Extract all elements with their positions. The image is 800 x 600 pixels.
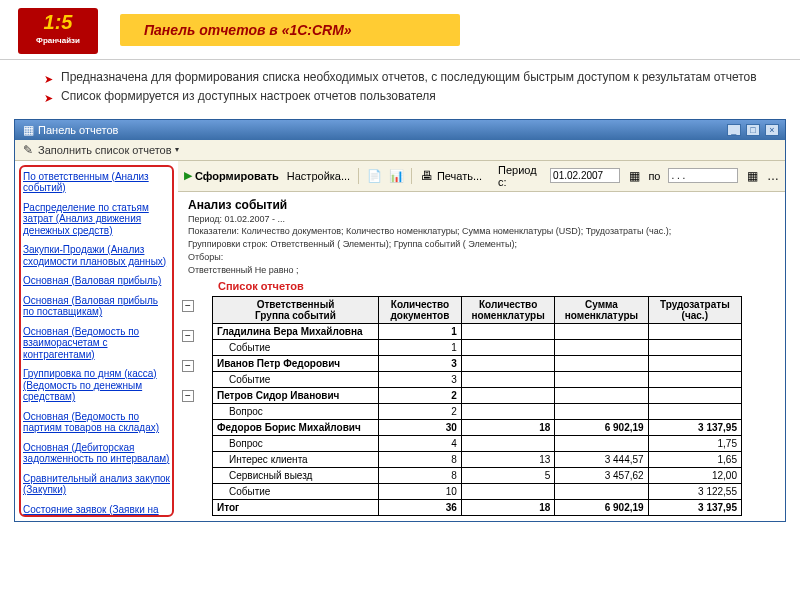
window-icon: ▦ (21, 123, 35, 137)
wand-icon: ✎ (21, 143, 35, 157)
report-period: Период: 01.02.2007 - ... (188, 214, 775, 225)
sidebar-item[interactable]: Основная (Дебиторская задолженность по и… (23, 442, 170, 465)
period-label: Период с: (498, 164, 542, 188)
period-picker-button[interactable]: … (767, 169, 779, 183)
table-row[interactable]: Вопрос2 (213, 403, 742, 419)
annotation-label: Список отчетов (218, 280, 775, 292)
collapse-button[interactable]: − (182, 330, 194, 342)
sidebar-item[interactable]: Состояние заявок (Заявки на (23, 504, 170, 516)
bullet-icon: ➤ (44, 91, 53, 105)
period-from-input[interactable] (550, 168, 620, 183)
logo-main: 1:5 (44, 11, 73, 33)
sidebar-item[interactable]: По ответственным (Анализ событий) (23, 171, 170, 194)
window-title-text: ▦ Панель отчетов (21, 123, 118, 137)
sidebar-item[interactable]: Основная (Ведомость по партиям товаров н… (23, 411, 170, 434)
table-row[interactable]: Сервисный выезд853 457,6212,00 (213, 467, 742, 483)
toolbar-report: ▶ Сформировать Настройка... 📄 📊 🖶 Печать… (178, 161, 785, 192)
sidebar-item[interactable]: Группировка по дням (касса) (Ведомость п… (23, 368, 170, 403)
table-row[interactable]: Событие1 (213, 339, 742, 355)
maximize-button[interactable]: □ (746, 124, 760, 136)
table-row[interactable]: Интерес клиента8133 444,571,65 (213, 451, 742, 467)
dropdown-icon: ▾ (175, 145, 179, 154)
slide-title: Панель отчетов в «1С:CRM» (120, 14, 460, 46)
col-header: Сумма номенклатуры (555, 296, 648, 323)
sidebar-item[interactable]: Сравнительный анализ закупок (Закупки) (23, 473, 170, 496)
app-window: ▦ Панель отчетов _ □ × ✎ Заполнить списо… (14, 119, 786, 522)
outline-column: − − − − (178, 264, 200, 402)
logo: 1:5 Франчайзи (18, 8, 98, 54)
calendar-icon[interactable]: ▦ (746, 169, 758, 183)
sidebar-item[interactable]: Закупки-Продажи (Анализ сходимости плано… (23, 244, 170, 267)
col-header: Количество документов (378, 296, 461, 323)
separator (411, 168, 412, 184)
table-row[interactable]: Иванов Петр Федорович3 (213, 355, 742, 371)
table-row[interactable]: Событие103 122,55 (213, 483, 742, 499)
slide-description: ➤Предназначена для формирования списка н… (0, 60, 800, 115)
toolbar-icon-1[interactable]: 📄 (367, 169, 381, 183)
period-sep: по (648, 170, 660, 182)
settings-button[interactable]: Настройка... (287, 170, 350, 182)
play-icon: ▶ (184, 169, 192, 182)
main-panel: ▶ Сформировать Настройка... 📄 📊 🖶 Печать… (178, 161, 785, 521)
table-row[interactable]: Вопрос41,75 (213, 435, 742, 451)
report-title: Анализ событий (188, 198, 775, 212)
sidebar-item[interactable]: Основная (Валовая прибыль по поставщикам… (23, 295, 170, 318)
col-header: ОтветственныйГруппа событий (213, 296, 379, 323)
col-header: Трудозатраты (час.) (648, 296, 741, 323)
bullet-icon: ➤ (44, 72, 53, 86)
table-row[interactable]: Федоров Борис Михайлович30186 902,193 13… (213, 419, 742, 435)
close-button[interactable]: × (765, 124, 779, 136)
col-header: Количество номенклатуры (461, 296, 554, 323)
sidebar-item[interactable]: Основная (Валовая прибыль) (23, 275, 170, 287)
sidebar-item[interactable]: Основная (Ведомость по взаиморасчетам с … (23, 326, 170, 361)
report-content: Анализ событий Период: 01.02.2007 - ... … (178, 192, 785, 521)
collapse-button[interactable]: − (182, 300, 194, 312)
table-row[interactable]: Событие3 (213, 371, 742, 387)
report-indicators: Показатели: Количество документов; Колич… (188, 226, 775, 237)
report-list-sidebar: По ответственным (Анализ событий) Распре… (19, 165, 174, 517)
fill-list-button[interactable]: ✎ Заполнить список отчетов ▾ (21, 143, 179, 157)
period-to-input[interactable] (668, 168, 738, 183)
report-groupings: Группировки строк: Ответственный ( Элеме… (188, 239, 775, 250)
table-row[interactable]: Итог36186 902,193 137,95 (213, 499, 742, 515)
toolbar-primary: ✎ Заполнить список отчетов ▾ (15, 140, 785, 161)
report-filters: Ответственный Не равно ; (188, 265, 775, 276)
printer-icon: 🖶 (420, 169, 434, 183)
collapse-button[interactable]: − (182, 390, 194, 402)
report-table: ОтветственныйГруппа событий Количество д… (212, 296, 742, 516)
toolbar-icon-2[interactable]: 📊 (389, 169, 403, 183)
desc-line-1: Предназначена для формирования списка не… (61, 70, 757, 86)
report-filters-label: Отборы: (188, 252, 775, 263)
collapse-button[interactable]: − (182, 360, 194, 372)
print-button[interactable]: 🖶 Печать... (420, 169, 482, 183)
generate-button[interactable]: ▶ Сформировать (184, 169, 279, 182)
separator (358, 168, 359, 184)
window-titlebar[interactable]: ▦ Панель отчетов _ □ × (15, 120, 785, 140)
table-row[interactable]: Гладилина Вера Михайловна1 (213, 323, 742, 339)
logo-sub: Франчайзи (18, 36, 98, 46)
slide-header: 1:5 Франчайзи Панель отчетов в «1С:CRM» (0, 0, 800, 60)
calendar-icon[interactable]: ▦ (628, 169, 640, 183)
minimize-button[interactable]: _ (727, 124, 741, 136)
sidebar-item[interactable]: Распределение по статьям затрат (Анализ … (23, 202, 170, 237)
desc-line-2: Список формируется из доступных настроек… (61, 89, 436, 105)
table-row[interactable]: Петров Сидор Иванович2 (213, 387, 742, 403)
